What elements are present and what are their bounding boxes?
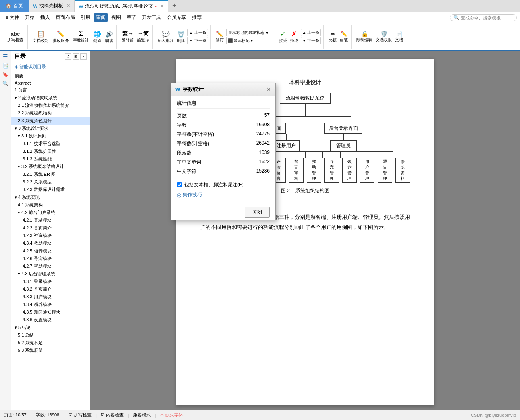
next-change-btn[interactable]: ▼ 下一条 bbox=[301, 37, 321, 44]
show-markup-btn[interactable]: ⬛ 显示标记▼ bbox=[226, 37, 256, 44]
smart-toc-bar[interactable]: ◈ 智能识别目录 bbox=[11, 62, 90, 71]
compare-btn[interactable]: ⇔ 比较 bbox=[328, 30, 337, 44]
menu-recommend[interactable]: 推荐 bbox=[189, 13, 204, 22]
status-spell[interactable]: ☑ 拼写检查 bbox=[69, 412, 92, 418]
toc-item[interactable]: 4.3.4 救助模块 bbox=[11, 239, 90, 247]
dialog-close-button[interactable]: 关闭 bbox=[245, 207, 270, 218]
toc-item[interactable]: 3.1.1 技术平台选型 bbox=[11, 140, 90, 148]
toc-item[interactable]: 3.2.3 数据库设计需求 bbox=[11, 186, 90, 193]
menu-start[interactable]: 开始 bbox=[23, 13, 37, 22]
dialog-body: 统计信息 页数 57 字数 16908 字符数(不计空格) 24775 字符数(… bbox=[171, 96, 275, 204]
reject-btn[interactable]: ✗ 拒绝 bbox=[289, 29, 299, 44]
simp-to-trad-btn[interactable]: →简 简繁转 bbox=[136, 29, 150, 44]
nav-icon[interactable]: ☰ bbox=[3, 53, 8, 60]
track-changes-btn[interactable]: ✏️ 修订 bbox=[215, 30, 225, 44]
toc-item[interactable]: 4.3.3 用户模块 bbox=[11, 293, 90, 301]
toc-ctrl-1[interactable]: ↺ bbox=[65, 53, 71, 60]
doc-check-btn[interactable]: 📋 文档校对 bbox=[32, 29, 50, 44]
toc-item[interactable]: ▾ 3.2 系统概念结构设计 bbox=[11, 163, 90, 170]
translate-btn[interactable]: 🌐 翻译 bbox=[92, 29, 102, 44]
tab-home[interactable]: 🏠 首页 bbox=[0, 0, 29, 12]
status-words: 字数: 16908 bbox=[36, 412, 60, 418]
next-comment-btn[interactable]: ▼ 下一条 bbox=[187, 37, 208, 44]
search-box[interactable]: 🔍 bbox=[450, 14, 517, 21]
toc-item[interactable]: 4.3.6 设置模块 bbox=[11, 316, 90, 324]
checkbox-row[interactable]: 包括文本框、脚注和尾注(F) bbox=[177, 178, 270, 190]
prev-comment-btn[interactable]: ▲ 上一条 bbox=[187, 29, 208, 36]
doc-btn[interactable]: 📄 文档 bbox=[394, 30, 404, 44]
toc-ctrl-2[interactable]: ⊞ bbox=[73, 53, 79, 60]
tab-template-close[interactable]: ✕ bbox=[67, 3, 70, 8]
tab-template[interactable]: W 找稿壳模板 ✕ bbox=[29, 0, 75, 12]
toc-list: 摘要Abstract1 前言▾ 2 流浪动物救助系统2.1 流浪动物救助系统简介… bbox=[11, 71, 90, 410]
tab-template-label: 找稿壳模板 bbox=[39, 2, 63, 9]
bookmark-icon[interactable]: 🔖 bbox=[2, 72, 8, 77]
toc-item[interactable]: 2.2 系统组织结构 bbox=[11, 109, 90, 117]
toc-item[interactable]: 4.1 系统架构 bbox=[11, 201, 90, 209]
ribbon-group-track: ✏️ 修订 显示标记的最终状态 ▼ ⬛ 显示标记▼ bbox=[212, 25, 274, 49]
toc-item[interactable]: 3.1.3 系统性能 bbox=[11, 155, 90, 163]
toc-item[interactable]: 4.2.3 咨询模块 bbox=[11, 232, 90, 239]
toc-item[interactable]: 4.3.5 新闻通知模块 bbox=[11, 308, 90, 316]
menu-layout[interactable]: 页面布局 bbox=[53, 13, 77, 22]
toc-item[interactable]: 4.3.2 首页简介 bbox=[11, 285, 90, 293]
search-sidebar-icon[interactable]: 🔍 bbox=[2, 81, 8, 86]
tab-doc-close[interactable]: ✕ bbox=[160, 4, 164, 9]
menu-review[interactable]: 审阅 bbox=[94, 13, 108, 22]
tips-link[interactable]: ◎ 集作技巧 bbox=[177, 190, 270, 200]
doc-permission-btn[interactable]: 🛡️ 文档权限 bbox=[375, 30, 393, 44]
tab-add-button[interactable]: + bbox=[168, 2, 181, 10]
search-input[interactable] bbox=[461, 15, 513, 20]
toc-item[interactable]: 4.2.5 领养模块 bbox=[11, 247, 90, 255]
insert-comment-btn[interactable]: 💬 插入批注 bbox=[157, 29, 175, 44]
menu-vip[interactable]: 会员专享 bbox=[164, 13, 189, 22]
toc-item[interactable]: ▾ 3 系统设计要求 bbox=[11, 125, 90, 132]
toc-item[interactable]: ▾ 3.1 设计原则 bbox=[11, 132, 90, 140]
status-content[interactable]: ☑ 内容检查 bbox=[101, 412, 124, 418]
page-icon[interactable]: 📑 bbox=[2, 63, 8, 69]
word-count-btn[interactable]: Σ 字数统计 bbox=[72, 29, 90, 44]
menu-dev[interactable]: 开发工具 bbox=[139, 13, 164, 22]
toc-item[interactable]: ▾ 4.3 后台管理系统 bbox=[11, 270, 90, 278]
tab-doc[interactable]: W 流浪动物救助系...实现 毕业论文 • ✕ bbox=[75, 0, 168, 12]
toc-item[interactable]: 4.2.7 帮助模块 bbox=[11, 262, 90, 270]
toc-item[interactable]: ▾ 2 流浪动物救助系统 bbox=[11, 94, 90, 102]
spell-check-btn[interactable]: abc 拼写检查 bbox=[6, 30, 25, 44]
toc-ctrl-3[interactable]: × bbox=[80, 53, 87, 60]
toc-item[interactable]: 5.1 总结 bbox=[11, 331, 90, 339]
delete-btn[interactable]: 🗑️ 删除 bbox=[176, 29, 186, 44]
menu-ref[interactable]: 引用 bbox=[78, 13, 93, 22]
accept-btn[interactable]: ✓ 接受 bbox=[278, 29, 288, 44]
include-textbox-checkbox[interactable] bbox=[177, 182, 182, 187]
menu-chapter[interactable]: 章节 bbox=[124, 13, 139, 22]
toc-item[interactable]: 3.2.1 系统 ER 图 bbox=[11, 170, 90, 178]
toc-item[interactable]: ▾ 4.2 前台门户系统 bbox=[11, 209, 90, 216]
toc-item[interactable]: 4.2.6 寻宠模块 bbox=[11, 255, 90, 262]
pages-label: 页数 bbox=[177, 112, 187, 119]
read-aloud-btn[interactable]: 🔊 朗读 bbox=[104, 29, 114, 44]
toc-item[interactable]: 5.3 系统展望 bbox=[11, 347, 90, 354]
correction-btn[interactable]: ✏️ 批改服务 bbox=[52, 29, 70, 44]
dialog-close-icon[interactable]: ✕ bbox=[266, 86, 271, 93]
toc-item[interactable]: 4.2.1 登录模块 bbox=[11, 216, 90, 224]
toc-item[interactable]: 2.1 流浪动物救助系统简介 bbox=[11, 102, 90, 109]
toc-item[interactable]: ▾ 5 结论 bbox=[11, 324, 90, 331]
toc-item[interactable]: Abstract bbox=[11, 80, 90, 86]
menu-file[interactable]: ≡ 文件 bbox=[3, 13, 22, 22]
toc-item[interactable]: 3.1.2 系统扩展性 bbox=[11, 148, 90, 155]
toc-item[interactable]: 4.3.4 领养模块 bbox=[11, 301, 90, 308]
menu-insert[interactable]: 插入 bbox=[38, 13, 52, 22]
prev-change-btn[interactable]: ▲ 上一条 bbox=[301, 29, 321, 36]
toc-item[interactable]: 5.2 系统不足 bbox=[11, 339, 90, 347]
toc-item[interactable]: 4.3.1 登录模块 bbox=[11, 278, 90, 285]
toc-item[interactable]: 1 前言 bbox=[11, 86, 90, 94]
menu-view[interactable]: 视图 bbox=[109, 13, 123, 22]
toc-item[interactable]: 3.2.2 关系模型 bbox=[11, 178, 90, 186]
restrict-edit-btn[interactable]: 🔒 限制编辑 bbox=[356, 30, 373, 44]
trad-to-simp-btn[interactable]: 繁→ 繁转简 bbox=[121, 29, 135, 44]
toc-item[interactable]: ▾ 4 系统实现 bbox=[11, 193, 90, 201]
toc-item[interactable]: 2.3 系统角色划分 bbox=[11, 117, 90, 125]
pen-btn[interactable]: ✏️ 画笔 bbox=[339, 30, 349, 44]
toc-item[interactable]: 摘要 bbox=[11, 72, 90, 80]
toc-item[interactable]: 4.2.2 首页简介 bbox=[11, 224, 90, 232]
